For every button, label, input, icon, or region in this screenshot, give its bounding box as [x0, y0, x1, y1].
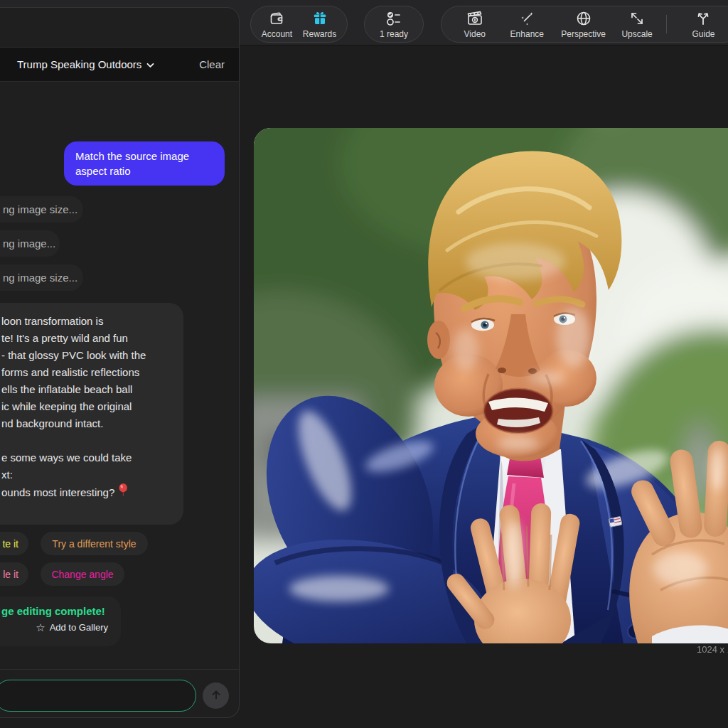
rewards-label: Rewards — [303, 29, 336, 39]
app-window: Account Rewards — [0, 0, 728, 728]
quick-action-button[interactable]: Try a different style — [41, 532, 148, 555]
video-button[interactable]: Video — [450, 10, 500, 39]
quick-action-button[interactable]: le it — [0, 562, 28, 586]
assistant-message-text: loon transformation is te! It's a pretty… — [1, 313, 173, 483]
quick-action-button[interactable]: Change angle — [41, 562, 124, 586]
sphere-icon — [575, 10, 592, 27]
session-title: Trump Speaking Outdoors — [17, 58, 141, 70]
arrow-up-icon — [210, 688, 223, 703]
message-input[interactable] — [0, 680, 196, 712]
completion-status: ge editing complete! — [1, 605, 111, 617]
tool-label: Enhance — [510, 29, 544, 39]
user-message-bubble: Match the source image aspect ratio — [64, 141, 225, 186]
status-message-bubble: ng image size... — [0, 264, 83, 291]
chevron-down-icon — [146, 58, 154, 70]
add-to-gallery-button[interactable]: ☆ Add to Gallery — [1, 622, 111, 633]
account-button[interactable]: Account — [262, 10, 292, 39]
tools-group: Video Enhance — [441, 6, 728, 43]
queue-label: 1 ready — [380, 29, 408, 39]
image-dimensions-label: 1024 x 1 — [697, 644, 728, 655]
gift-icon — [311, 10, 328, 27]
checklist-icon — [385, 10, 403, 27]
clapperboard-icon — [466, 10, 484, 27]
status-message-bubble: ng image size... — [0, 196, 83, 223]
magic-wand-icon — [518, 10, 535, 27]
branch-arrows-icon — [695, 10, 712, 27]
tool-label: Guide — [692, 29, 714, 39]
enhance-button[interactable]: Enhance — [503, 10, 552, 39]
tool-label: Upscale — [621, 29, 652, 39]
chat-sidebar: Trump Speaking Outdoors Clear Match the … — [0, 7, 240, 718]
queue-group: 1 ready — [364, 6, 424, 43]
assistant-message-last-line: ounds most interesting? — [1, 484, 114, 501]
generated-image-preview[interactable] — [254, 128, 728, 643]
composer-divider — [0, 669, 239, 670]
send-button[interactable] — [203, 682, 229, 709]
clear-button[interactable]: Clear — [199, 58, 225, 70]
add-to-gallery-label: Add to Gallery — [50, 622, 108, 633]
star-icon: ☆ — [36, 622, 45, 633]
status-message-bubble: ng image... — [0, 230, 60, 257]
tool-label: Perspective — [561, 29, 606, 39]
toolbar-divider — [666, 15, 667, 33]
image-canvas: 1024 x 1 — [240, 46, 728, 728]
assistant-message-bubble: loon transformation is te! It's a pretty… — [0, 303, 183, 525]
account-rewards-group: Account Rewards — [250, 6, 348, 43]
account-label: Account — [262, 29, 292, 39]
quick-action-button[interactable]: te it — [0, 532, 28, 555]
guide-button[interactable]: Guide — [674, 10, 728, 39]
wallet-icon — [268, 10, 285, 27]
perspective-button[interactable]: Perspective — [555, 10, 612, 39]
queue-ready-button[interactable]: 1 ready — [380, 10, 408, 39]
sidebar-header: Trump Speaking Outdoors Clear — [0, 47, 239, 82]
completion-bubble: ge editing complete! ☆ Add to Gallery — [0, 596, 121, 646]
diagonal-arrows-icon — [628, 10, 646, 27]
rewards-button[interactable]: Rewards — [303, 10, 336, 39]
balloon-emoji — [118, 483, 129, 501]
session-selector[interactable]: Trump Speaking Outdoors — [17, 58, 154, 70]
upscale-button[interactable]: Upscale — [615, 10, 659, 39]
tool-label: Video — [464, 29, 486, 39]
